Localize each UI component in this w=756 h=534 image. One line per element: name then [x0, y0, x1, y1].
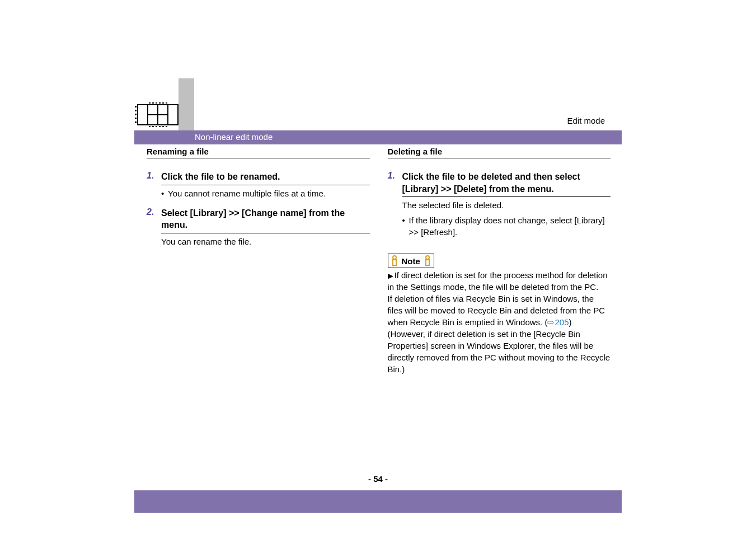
svg-rect-9: [135, 121, 137, 123]
page: Edit mode Non-linear edit mode Renaming …: [0, 0, 756, 534]
note-body: ▶If direct deletion is set for the proce…: [388, 269, 611, 375]
note-label: Note: [402, 256, 420, 266]
step-bullet: • You cannot rename multiple files at a …: [161, 188, 370, 199]
note-text: If deletion of files via Recycle Bin is …: [388, 294, 605, 327]
section-bar: Non-linear edit mode: [134, 130, 622, 144]
right-section-title: Deleting a file: [388, 147, 611, 158]
svg-rect-2: [168, 105, 178, 125]
note-text: If direct deletion is set for the proces…: [388, 270, 608, 292]
note-icon: [424, 255, 431, 266]
step-after-text: You can rename the file.: [161, 236, 370, 247]
svg-rect-25: [426, 260, 429, 265]
step-number: 1.: [388, 171, 398, 240]
bullet-text: You cannot rename multiple files at a ti…: [168, 188, 326, 199]
header-gray-block: [179, 78, 194, 132]
svg-rect-5: [135, 106, 137, 107]
left-column: Renaming a file 1. Click the file to be …: [147, 147, 370, 375]
svg-rect-7: [135, 114, 137, 115]
step-heading: Click the file to be renamed.: [161, 171, 370, 185]
step-bullet: • If the library display does not change…: [402, 214, 611, 238]
step-heading: Select [Library] >> [Change name] from t…: [161, 207, 370, 233]
film-icon: [133, 98, 179, 132]
mode-label: Edit mode: [567, 116, 605, 125]
page-link[interactable]: 205: [555, 317, 569, 327]
bullet-text: If the library display does not change, …: [409, 214, 611, 238]
svg-rect-0: [138, 105, 148, 125]
step-number: 1.: [147, 171, 157, 202]
svg-rect-6: [135, 110, 137, 111]
link-arrow-icon: ⇨: [547, 317, 555, 327]
note-para-1: ▶If direct deletion is set for the proce…: [388, 269, 611, 293]
header: Edit mode Non-linear edit mode: [0, 0, 756, 144]
left-step-1: 1. Click the file to be renamed. • You c…: [147, 171, 370, 202]
svg-point-22: [393, 256, 396, 259]
svg-rect-8: [135, 118, 137, 119]
note-box: Note: [388, 254, 434, 268]
step-number: 2.: [147, 207, 157, 251]
step-heading: Click the file to be deleted and then se…: [402, 171, 611, 197]
svg-point-24: [426, 256, 429, 259]
note-icon: [391, 255, 398, 266]
left-step-2: 2. Select [Library] >> [Change name] fro…: [147, 207, 370, 251]
left-section-title: Renaming a file: [147, 147, 370, 158]
section-bar-title: Non-linear edit mode: [195, 132, 273, 142]
content-columns: Renaming a file 1. Click the file to be …: [147, 147, 611, 375]
svg-rect-23: [393, 260, 396, 265]
right-step-1: 1. Click the file to be deleted and then…: [388, 171, 611, 240]
footer-bar: [134, 490, 622, 513]
note-para-2: If deletion of files via Recycle Bin is …: [388, 293, 611, 375]
page-number: - 54 -: [0, 474, 756, 484]
right-column: Deleting a file 1. Click the file to be …: [388, 147, 611, 375]
step-after-text: The selected file is deleted.: [402, 199, 611, 211]
